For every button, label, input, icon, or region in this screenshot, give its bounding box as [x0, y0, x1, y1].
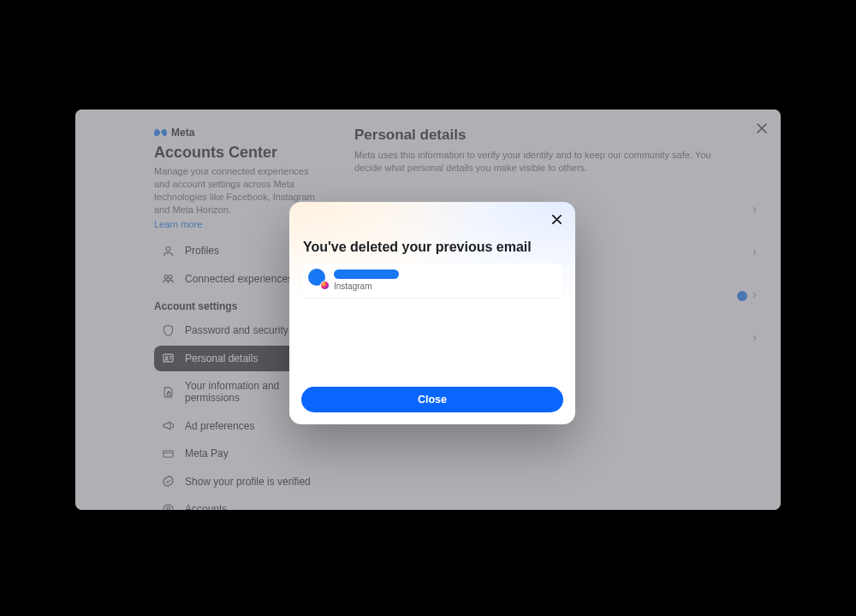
account-platform-label: Instagram	[334, 281, 399, 291]
modal-title: You've deleted your previous email	[301, 240, 563, 255]
avatar	[308, 269, 327, 287]
close-icon	[551, 214, 562, 225]
redacted-account-name	[334, 270, 399, 279]
instagram-badge-icon	[320, 281, 330, 290]
modal-close-primary-button[interactable]: Close	[301, 387, 563, 412]
account-card: Instagram	[301, 264, 563, 298]
modal-close-button[interactable]	[546, 209, 567, 229]
deleted-email-modal: You've deleted your previous email Insta…	[289, 202, 575, 424]
